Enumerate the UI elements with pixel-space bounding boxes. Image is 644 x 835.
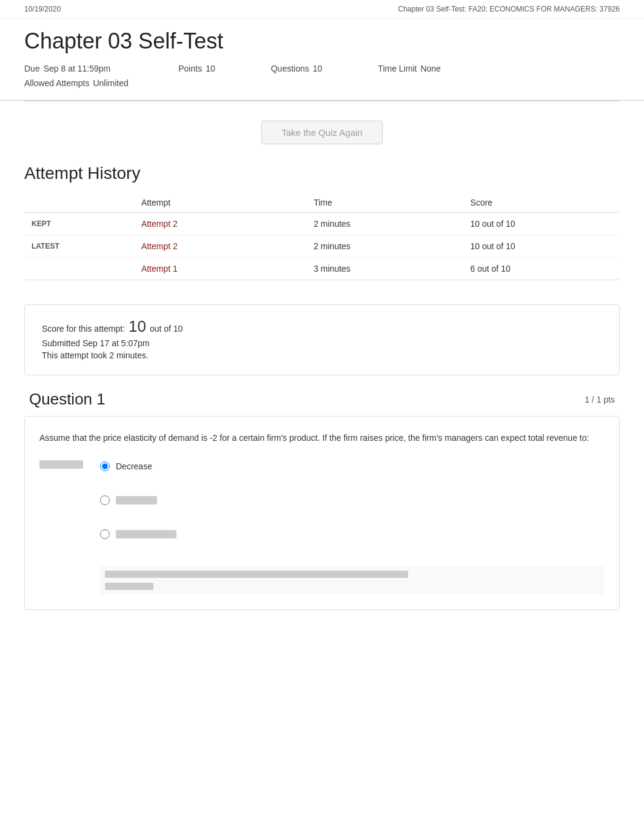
redacted-note-line2 [105, 583, 153, 590]
row-score-2: 6 out of 10 [463, 258, 620, 280]
answer-label-1: Decrease [116, 461, 152, 471]
meta-row-1: Due Sep 8 at 11:59pm Points 10 Questions… [24, 64, 620, 73]
points-value: 10 [206, 64, 215, 73]
col-header-score: Score [463, 193, 620, 213]
take-quiz-section: Take the Quiz Again [0, 101, 644, 164]
col-header-label [24, 193, 134, 213]
redacted-label-3 [116, 530, 176, 538]
row-attempt-2[interactable]: Attempt 1 [134, 258, 306, 280]
answer-radio-1[interactable] [100, 461, 110, 471]
attempt-history-title: Attempt History [24, 164, 620, 183]
redacted-note-line1 [105, 571, 408, 578]
row-label-1: LATEST [24, 235, 134, 258]
page-title: Chapter 03 Self-Test [24, 29, 620, 54]
score-for-attempt-label: Score for this attempt: [42, 324, 125, 334]
answer-option-2 [100, 493, 157, 508]
row-time-1: 2 minutes [306, 235, 463, 258]
answer-radio-3[interactable] [100, 529, 110, 539]
row-score-1: 10 out of 10 [463, 235, 620, 258]
points-label: Points [178, 64, 202, 73]
questions-value: 10 [313, 64, 323, 73]
col-header-time: Time [306, 193, 463, 213]
answer-row-1: Decrease [39, 459, 605, 483]
row-score-0: 10 out of 10 [463, 213, 620, 235]
attempt-table: Attempt Time Score KEPTAttempt 22 minute… [24, 193, 620, 280]
date-label: 10/19/2020 [24, 5, 61, 13]
table-row: KEPTAttempt 22 minutes10 out of 10 [24, 213, 620, 235]
row-label-2 [24, 258, 134, 280]
question-points: 1 / 1 pts [585, 395, 615, 404]
table-header-row: Attempt Time Score [24, 193, 620, 213]
due-value: Sep 8 at 11:59pm [44, 64, 111, 73]
meta-row-2: Allowed Attempts Unlimited [24, 78, 620, 88]
question-title: Question 1 [29, 390, 106, 409]
row-label-0: KEPT [24, 213, 134, 235]
course-label: Chapter 03 Self-Test: FA20: ECONOMICS FO… [398, 5, 620, 13]
meta-time-limit: Time Limit None [378, 64, 441, 73]
row-attempt-0[interactable]: Attempt 2 [134, 213, 306, 235]
attempt-history-section: Attempt History Attempt Time Score KEPTA… [0, 164, 644, 295]
meta-questions: Questions 10 [271, 64, 323, 73]
row-attempt-1[interactable]: Attempt 2 [134, 235, 306, 258]
time-limit-label: Time Limit [378, 64, 417, 73]
allowed-attempts-label: Allowed Attempts [24, 78, 89, 88]
time-line: This attempt took 2 minutes. [42, 350, 602, 360]
meta-points: Points 10 [178, 64, 215, 73]
table-row: LATESTAttempt 22 minutes10 out of 10 [24, 235, 620, 258]
take-quiz-button[interactable]: Take the Quiz Again [261, 121, 382, 144]
score-line: Score for this attempt: 10 out of 10 [42, 317, 602, 336]
allowed-attempts-value: Unlimited [93, 78, 128, 88]
meta-due: Due Sep 8 at 11:59pm [24, 64, 110, 73]
answer-option-1: Decrease [100, 459, 152, 474]
correct-answer-area [100, 566, 605, 595]
due-label: Due [24, 64, 40, 73]
redacted-marker-1 [39, 460, 83, 469]
answer-row-3 [100, 527, 605, 551]
score-summary-box: Score for this attempt: 10 out of 10 Sub… [24, 304, 620, 375]
question-box: Assume that the price elasticity of dema… [24, 416, 620, 610]
submitted-line: Submitted Sep 17 at 5:07pm [42, 338, 602, 348]
answer-option-3 [100, 527, 176, 542]
meta-allowed-attempts: Allowed Attempts Unlimited [24, 78, 129, 88]
score-number: 10 [129, 317, 146, 336]
time-limit-value: None [420, 64, 440, 73]
redacted-label-2 [116, 496, 157, 505]
answer-row-2 [100, 493, 605, 517]
top-bar: 10/19/2020 Chapter 03 Self-Test: FA20: E… [0, 0, 644, 19]
row-time-0: 2 minutes [306, 213, 463, 235]
questions-label: Questions [271, 64, 309, 73]
page-header: Chapter 03 Self-Test Due Sep 8 at 11:59p… [0, 19, 644, 101]
quiz-meta: Due Sep 8 at 11:59pm Points 10 Questions… [24, 64, 620, 88]
table-row: Attempt 13 minutes6 out of 10 [24, 258, 620, 280]
question-text: Assume that the price elasticity of dema… [39, 431, 605, 444]
question-header: Question 1 1 / 1 pts [24, 390, 620, 409]
col-header-attempt: Attempt [134, 193, 306, 213]
row-time-2: 3 minutes [306, 258, 463, 280]
score-out-of: out of 10 [150, 324, 183, 334]
answer-radio-2[interactable] [100, 495, 110, 505]
question-section-1: Question 1 1 / 1 pts Assume that the pri… [24, 390, 620, 610]
